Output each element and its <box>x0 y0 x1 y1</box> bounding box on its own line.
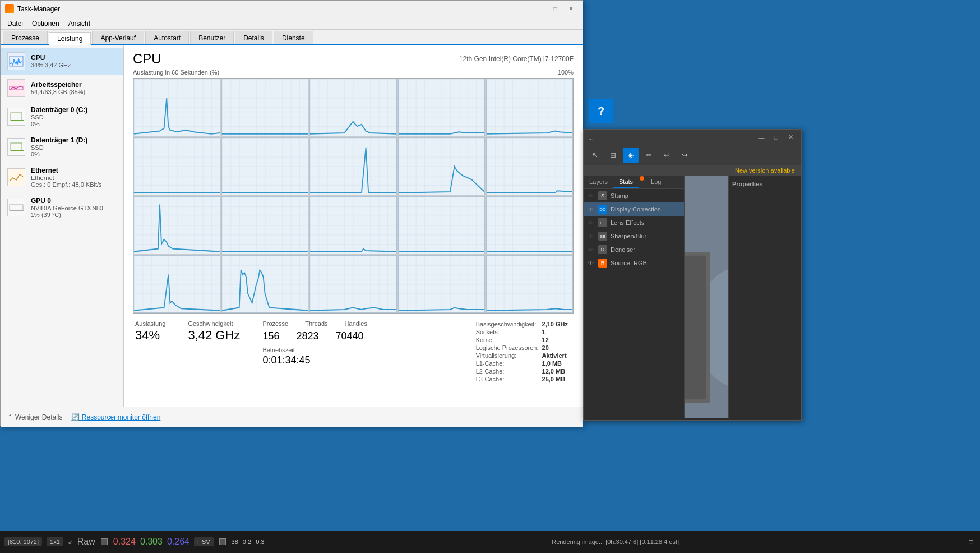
cpu-chart-13 <box>398 196 485 254</box>
pe-tool-undo[interactable]: ↩ <box>659 148 674 163</box>
tab-leistung[interactable]: Leistung <box>49 32 91 45</box>
svg-rect-22 <box>310 256 396 312</box>
eye-lens-effects[interactable]: 👁 <box>587 219 595 227</box>
stats-area: Auslastung 34% Geschwindigkeit 3,42 GHz … <box>133 320 574 383</box>
pe-tool-adjust[interactable]: ◈ <box>623 148 639 163</box>
cpu-chart-4 <box>486 79 573 136</box>
disk0-name: Datenträger 0 (C:) <box>31 106 117 114</box>
sidebar-item-ethernet[interactable]: Ethernet Ethernet Ges.: 0 Empf.: 48,0 KB… <box>1 162 123 192</box>
taskbar-menu-icon[interactable]: ≡ <box>967 536 976 547</box>
sidebar-item-cpu[interactable]: CPU 34% 3,42 GHz <box>1 48 123 75</box>
ressourcenmonitor-link[interactable]: 🔄 Ressourcenmonitor öffnen <box>71 413 160 421</box>
tab-details[interactable]: Details <box>235 31 272 44</box>
color-swatch <box>101 538 108 545</box>
stat-threads: Threads <box>305 320 327 328</box>
taskmanager-app-icon <box>5 4 14 13</box>
weniger-details-button[interactable]: ⌃ Weniger Details <box>7 413 62 421</box>
layer-denoiser[interactable]: 👁 D Denoiser <box>584 243 684 256</box>
menu-datei[interactable]: Datei <box>3 19 27 29</box>
pe-tool-paint[interactable]: ✏ <box>641 148 657 163</box>
pe-notification-text: New version available! <box>735 167 797 174</box>
detail-row-basisgeschwindigkeit: Basisgeschwindigkeit: 2,10 GHz <box>476 320 571 328</box>
taskbar-s-val: 0.2 <box>243 538 251 545</box>
svg-rect-19 <box>487 197 572 254</box>
ethernet-desc: Ethernet <box>31 174 117 181</box>
tab-log[interactable]: Log <box>645 176 667 188</box>
pe-panel-tabs: Layers Stats Log <box>584 176 684 189</box>
color-swatch-2 <box>219 538 226 545</box>
layer-lens-effects[interactable]: 👁 LE Lens Effects <box>584 216 684 229</box>
layer-icon-source-rgb: R <box>598 259 607 268</box>
ressourcenmonitor-label: Ressourcenmonitor öffnen <box>82 413 161 421</box>
svg-rect-4 <box>10 205 23 210</box>
layer-label-display-correction: Display Correction <box>611 206 681 213</box>
pe-tool-redo[interactable]: ↪ <box>677 148 692 163</box>
threads-label: Threads <box>305 320 327 327</box>
sidebar-item-gpu[interactable]: GPU 0 NVIDIA GeForce GTX 980 1% (39 °C) <box>1 192 123 223</box>
ram-desc: 54,4/63,8 GB (85%) <box>31 89 117 95</box>
tab-autostart[interactable]: Autostart <box>145 31 189 44</box>
disk1-icon <box>7 138 25 156</box>
close-button[interactable]: ✕ <box>563 3 578 15</box>
stat-geschwindigkeit: Geschwindigkeit 3,42 GHz <box>188 320 240 383</box>
layer-stamp[interactable]: 👁 S Stamp <box>584 189 684 202</box>
main-area: CPU 34% 3,42 GHz Arbeitsspeicher 54,4/63… <box>1 45 583 407</box>
svg-rect-17 <box>310 197 396 254</box>
sidebar-item-ram[interactable]: Arbeitsspeicher 54,4/63,8 GB (85%) <box>1 75 123 102</box>
tab-benutzer[interactable]: Benutzer <box>190 31 234 44</box>
eye-denoiser[interactable]: 👁 <box>587 246 595 254</box>
layer-label-lens-effects: Lens Effects <box>611 219 681 226</box>
help-icon-button[interactable]: ? <box>589 99 613 123</box>
stat-row1: Prozesse Threads Handles <box>262 320 367 328</box>
svg-rect-18 <box>399 197 484 254</box>
eye-stamp[interactable]: 👁 <box>587 192 595 200</box>
tab-dienste[interactable]: Dienste <box>274 31 313 44</box>
menubar: Datei Optionen Ansicht <box>1 17 583 30</box>
log-proz-label: Logische Prozessoren: <box>476 344 542 352</box>
ram-name: Arbeitsspeicher <box>31 81 117 89</box>
cpu-processor: 12th Gen Intel(R) Core(TM) i7-12700F <box>459 55 574 63</box>
layer-label-sharpen-blur: Sharpen/Blur <box>611 233 681 239</box>
disk1-subdesc: 0% <box>31 151 117 158</box>
menu-optionen[interactable]: Optionen <box>27 19 64 29</box>
disk0-desc: SSD <box>31 114 117 121</box>
sidebar-item-disk1[interactable]: Datenträger 1 (D:) SSD 0% <box>1 132 123 162</box>
content-header: CPU 12th Gen Intel(R) Core(TM) i7-12700F <box>133 51 574 67</box>
tab-layers[interactable]: Layers <box>584 176 613 188</box>
stats-details: Basisgeschwindigkeit: 2,10 GHz Sockets: … <box>476 320 571 383</box>
sidebar-item-disk0[interactable]: Datenträger 0 (C:) SSD 0% <box>1 102 123 132</box>
disk1-name: Datenträger 1 (D:) <box>31 136 117 144</box>
taskbar-raw-label: Raw <box>77 537 95 547</box>
layer-source-rgb[interactable]: 👁 R Source: RGB <box>584 256 684 270</box>
minimize-button[interactable]: — <box>532 3 547 15</box>
tab-app-verlauf[interactable]: App-Verlauf <box>92 31 144 44</box>
eye-sharpen-blur[interactable]: 👁 <box>587 232 595 240</box>
stat-process-group: Prozesse Threads Handles 156 2823 70440 <box>262 320 367 383</box>
pe-toolbar: ↖ ⊞ ◈ ✏ ↩ ↪ <box>584 145 801 165</box>
pe-minimize-button[interactable]: — <box>755 132 768 142</box>
l1-value: 1,0 MB <box>542 360 571 367</box>
cpu-chart-17 <box>309 255 396 313</box>
svg-rect-24 <box>487 256 572 312</box>
disk0-subdesc: 0% <box>31 121 117 127</box>
eye-source-rgb[interactable]: 👁 <box>587 259 595 267</box>
menu-ansicht[interactable]: Ansicht <box>64 19 95 29</box>
layer-sharpen-blur[interactable]: 👁 SB Sharpen/Blur <box>584 229 684 243</box>
pe-tool-crop[interactable]: ⊞ <box>605 148 621 163</box>
cpu-chart-10 <box>133 196 220 254</box>
cpu-desc: 34% 3,42 GHz <box>31 62 117 68</box>
eye-display-correction[interactable]: 👁 <box>587 205 595 213</box>
svg-rect-21 <box>222 256 308 312</box>
pe-maximize-button[interactable]: □ <box>770 132 782 142</box>
tab-prozesse[interactable]: Prozesse <box>3 31 48 44</box>
taskbar-val-b: 0.264 <box>167 537 189 547</box>
pe-close-button[interactable]: ✕ <box>784 132 797 142</box>
ram-icon <box>7 79 25 97</box>
layer-icon-display-correction: DC <box>598 205 607 214</box>
layer-display-correction[interactable]: 👁 DC Display Correction <box>584 202 684 216</box>
pe-tool-select[interactable]: ↖ <box>587 148 603 163</box>
tab-stats[interactable]: Stats <box>613 176 639 188</box>
layer-icon-sharpen-blur: SB <box>598 232 607 241</box>
taskbar-colormode: HSV <box>194 537 214 546</box>
maximize-button[interactable]: □ <box>548 3 562 15</box>
